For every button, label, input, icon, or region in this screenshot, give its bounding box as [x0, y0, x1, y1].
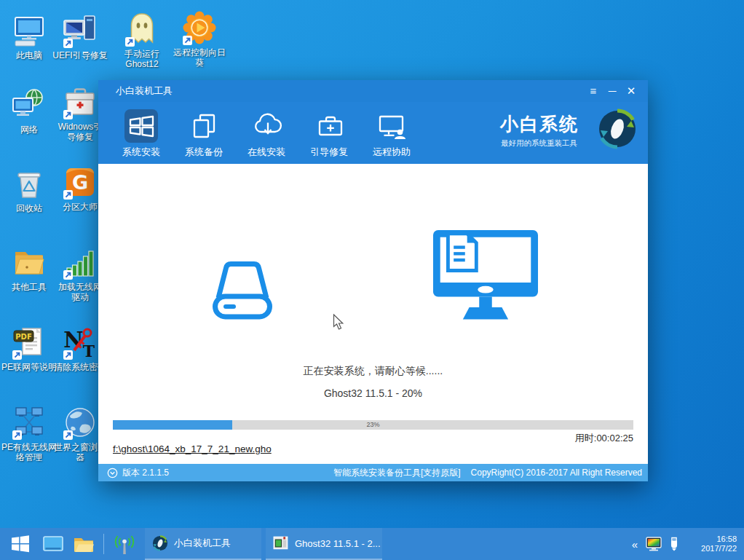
nav-bar: 系统安装系统备份在线安装引导修复远程协助 小白系统 最好用的系统重装工具: [98, 102, 648, 164]
svg-text:T: T: [83, 342, 95, 360]
close-icon[interactable]: ✕: [622, 80, 641, 102]
boot-repair-icon: [313, 110, 345, 142]
status-message: 正在安装系统，请耐心等候......: [98, 365, 648, 378]
tab-online-install[interactable]: 在线安装: [235, 108, 298, 162]
desktop-icon-sunflower-remote[interactable]: 远程控制向日 葵: [175, 10, 224, 68]
shortcut-arrow-icon: [125, 37, 135, 47]
taskbar-app-ghost32[interactable]: Ghost32 11.5.1 - 2...: [266, 528, 382, 560]
uefi-boot-repair-icon: [63, 13, 98, 48]
mouse-cursor: [333, 314, 345, 331]
progress-percent-label: 23%: [113, 421, 633, 428]
window-content: 正在安装系统，请耐心等候...... Ghost32 11.5.1 - 20% …: [98, 164, 648, 464]
version-circle-icon: [107, 468, 118, 478]
windows-boot-repair-icon: [63, 84, 98, 119]
pe-net-manager-icon: [12, 405, 47, 440]
ghost-file-link[interactable]: f:\ghost\1064_xb_17_7_21_new.gho: [113, 443, 272, 454]
show-desktop-icon[interactable]: [38, 528, 68, 560]
desktop-icon-wifi-driver[interactable]: 加载无线网 驱动: [55, 245, 105, 302]
shortcut-arrow-icon: [12, 430, 22, 440]
svg-text:G: G: [72, 171, 88, 194]
taskbar-app-xiaobai-tool[interactable]: 小白装机工具: [145, 528, 261, 560]
ghost-progress-text: Ghost32 11.5.1 - 20%: [98, 387, 648, 399]
other-tools-icon: [12, 245, 47, 280]
version-text: 版本 2.1.1.5: [122, 467, 169, 479]
shortcut-arrow-icon: [63, 430, 73, 440]
remote-assist-icon: [376, 110, 408, 142]
desktop-icon-uefi-boot-repair[interactable]: UEFI引导修复: [55, 13, 105, 60]
window-footer: 版本 2.1.1.5 智能系统安装备份工具[支持原版] CopyRight(C)…: [98, 464, 648, 481]
partition-master-icon: G: [63, 165, 98, 200]
menu-icon[interactable]: ≡: [584, 80, 603, 102]
window-title: 小白装机工具: [116, 80, 173, 102]
svg-text:PDF: PDF: [15, 333, 31, 341]
tab-system-backup[interactable]: 系统备份: [173, 108, 235, 162]
desktop-icon-windows-boot-repair[interactable]: Widnows引 导修复: [55, 84, 105, 142]
brand-name: 小白系统: [500, 112, 579, 136]
usb-device-icon[interactable]: [664, 528, 684, 560]
clear-password-icon: NT: [63, 325, 98, 360]
taskbar: 小白装机工具Ghost32 11.5.1 - 2... «: [0, 528, 744, 560]
desktop-icon-label: 远程控制向日 葵: [165, 47, 234, 68]
system-install-icon: [125, 110, 157, 142]
elapsed-time: 用时:00:02:25: [575, 432, 633, 445]
start-button[interactable]: [3, 528, 38, 560]
clock-date: 2017/7/22: [689, 544, 737, 553]
wireless-antenna-icon[interactable]: [108, 528, 141, 560]
desktop-icon-clear-password[interactable]: NT清除系统密码: [55, 325, 105, 372]
shortcut-arrow-icon: [63, 190, 73, 200]
desktop-icon-label: UEFI引导修复: [45, 50, 115, 60]
wifi-driver-icon: [63, 245, 98, 280]
ghost32-icon: [273, 535, 289, 551]
monitor-document-icon: [432, 229, 539, 326]
footer-product-text: 智能系统安装备份工具[支持原版]: [333, 467, 461, 479]
shortcut-arrow-icon: [12, 350, 22, 360]
brand-block: 小白系统 最好用的系统重装工具: [500, 109, 635, 156]
tab-remote-assist[interactable]: 远程协助: [360, 108, 423, 162]
installer-window: 小白装机工具 ≡ ─ ✕ 系统安装系统备份在线安装引导修复远程协助 小白系统 最…: [98, 80, 648, 481]
desktop-icon-partition-master[interactable]: G分区大师: [55, 165, 105, 212]
file-explorer-icon[interactable]: [68, 528, 99, 560]
taskbar-clock[interactable]: 16:58 2017/7/22: [689, 535, 737, 553]
desktop-icon-world-browser[interactable]: 世界之窗浏览 器: [55, 405, 105, 462]
progress-bar: 23%: [113, 420, 633, 430]
tab-boot-repair[interactable]: 引导修复: [298, 108, 360, 162]
system-tray: « 16:58 2017/7: [626, 528, 744, 560]
display-settings-icon[interactable]: [644, 528, 664, 560]
recycle-bin-icon: [12, 166, 47, 201]
tab-label: 系统备份: [173, 146, 235, 159]
this-pc-icon: [12, 13, 47, 48]
tray-overflow-chevron[interactable]: «: [626, 538, 644, 551]
shortcut-arrow-icon: [63, 39, 73, 48]
tab-label: 在线安装: [235, 146, 298, 159]
brand-tagline: 最好用的系统重装工具: [501, 138, 577, 149]
hard-drive-icon: [207, 253, 277, 327]
clock-time: 16:58: [689, 535, 737, 544]
shortcut-arrow-icon: [63, 270, 73, 280]
taskbar-divider: [103, 534, 104, 554]
tab-label: 系统安装: [110, 146, 173, 159]
shortcut-arrow-icon: [183, 36, 192, 45]
network-icon: [12, 87, 47, 122]
shortcut-arrow-icon: [63, 110, 73, 119]
run-ghost12-icon: [124, 12, 159, 47]
system-backup-icon: [188, 110, 220, 142]
shortcut-arrow-icon: [63, 350, 73, 360]
tab-label: 引导修复: [298, 146, 360, 159]
taskbar-app-label: 小白装机工具: [174, 537, 231, 550]
window-titlebar[interactable]: 小白装机工具 ≡ ─ ✕: [98, 80, 648, 102]
brand-logo-icon: [597, 109, 638, 149]
sunflower-remote-icon: [182, 10, 217, 45]
footer-copyright: CopyRight(C) 2016-2017 All Right Reserve…: [471, 468, 642, 478]
online-install-icon: [250, 110, 282, 142]
tab-system-install[interactable]: 系统安装: [110, 108, 173, 162]
pe-network-readme-icon: PDF: [12, 325, 47, 360]
xiaobai-tool-icon: [152, 535, 168, 551]
minimize-icon[interactable]: ─: [603, 80, 622, 102]
taskbar-app-label: Ghost32 11.5.1 - 2...: [295, 538, 381, 549]
tab-label: 远程协助: [360, 146, 423, 159]
desktop-icon-run-ghost12[interactable]: 手动运行 Ghost12: [117, 12, 167, 69]
world-browser-icon: [63, 405, 98, 440]
